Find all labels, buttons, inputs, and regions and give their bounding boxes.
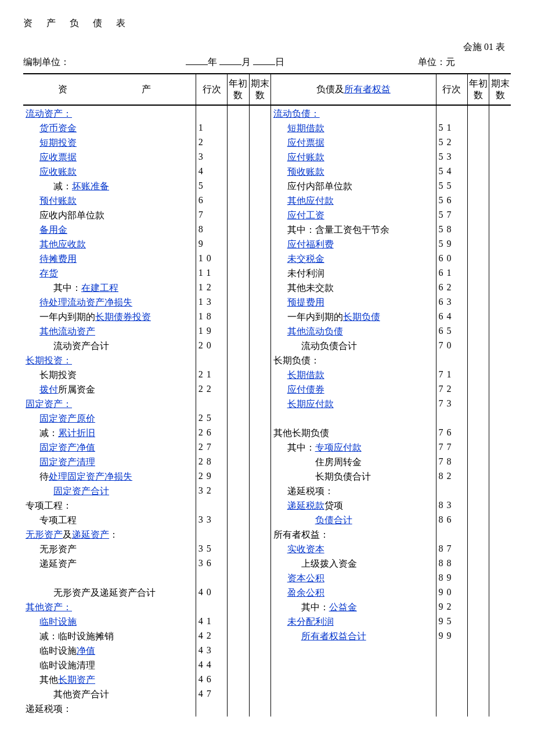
link-item[interactable]: 长期投资： [26,355,72,365]
link-item[interactable]: 货币资金 [39,123,77,133]
link-item[interactable]: 流动负债： [273,109,320,118]
cell-text: 预提费用 [273,297,324,309]
link-item[interactable]: 在建工程 [81,283,118,293]
cell-text: 其他流动负债 [273,326,343,338]
table-row: 无形资产及递延资产合计40盈余公积90 [23,586,511,600]
link-item[interactable]: 其他应收款 [39,239,86,249]
link-item[interactable]: 应收账款 [39,167,77,177]
cell-text: 减：累计折旧 [26,427,95,440]
hdr-begin-b: 年初数 [468,74,489,105]
cell-text: 递延税项： [26,704,72,714]
link-item[interactable]: 坏账准备 [72,181,109,191]
cell-text: 其他资产合计 [26,689,109,701]
table-row: 固定资产净值27其中：专项应付款77 [23,441,511,455]
cell-text: 临时设施清理 [26,660,95,672]
link-item[interactable]: 固定资产： [26,399,72,409]
cell-text: 短期投资 [26,137,77,149]
link-item[interactable]: 短期投资 [39,138,77,147]
link-item[interactable]: 备用金 [39,225,67,235]
link-item[interactable]: 其他应付款 [287,196,334,206]
link-item[interactable]: 固定资产净值 [39,442,95,452]
link-item[interactable]: 所有者权益合计 [301,631,366,641]
link-item[interactable]: 应付债券 [287,384,324,394]
link-item[interactable]: 预提费用 [287,297,324,307]
table-row: 应收票据3应付账款53 [23,150,511,165]
link-item[interactable]: 短期借款 [287,123,324,133]
link-item[interactable]: 待处理流动资产净损失 [39,297,132,307]
cell-text: 预付账款 [26,195,77,207]
table-row: 预付账款6其他应付款56 [23,194,511,208]
link-item[interactable]: 预付账款 [39,196,77,206]
link-item[interactable]: 专项应付款 [315,442,362,452]
cell-text: 流动资产合计 [26,340,109,352]
link-item[interactable]: 实收资本 [287,544,324,554]
cell-text: 固定资产合计 [26,485,109,498]
cell-text: 其中：含量工资包干节余 [273,224,389,236]
link-item[interactable]: 预收账款 [287,167,324,177]
link-item[interactable]: 应付工资 [287,210,324,220]
table-row: 一年内到期的长期债券投资18一年内到期的长期负债64 [23,310,511,325]
cell-text: 负债合计 [273,514,352,527]
link-item[interactable]: 无形资产 [26,530,63,539]
cell-text: 长期投资 [26,369,77,381]
cell-text: 上级拨入资金 [273,558,357,570]
cell-text: 其他未交款 [273,282,334,294]
link-item[interactable]: 流动资产： [26,109,72,118]
link-item[interactable]: 其他资产： [26,602,72,612]
link-item[interactable]: 盈余公积 [287,588,324,597]
org-label: 编制单位： [23,56,186,69]
cell-text: 住房周转金 [273,456,362,469]
cell-text: 递延税项： [273,485,334,498]
cell-text: 应付内部单位款 [273,181,352,193]
table-row: 流动资产合计20流动负债合计70 [23,339,511,354]
link-item[interactable]: 其他流动负债 [287,326,343,336]
cell-text: 固定资产清理 [26,456,95,469]
link-item[interactable]: 待摊费用 [39,254,77,264]
link-item[interactable]: 负债合计 [315,515,352,525]
link-item[interactable]: 净值 [77,646,95,656]
link-item[interactable]: 未交税金 [287,254,324,264]
link-item[interactable]: 处理固定资产净损失 [49,471,132,481]
link-item[interactable]: 长期资产 [58,675,95,685]
link-item[interactable]: 长期借款 [287,370,324,380]
cell-text: 其他应付款 [273,195,334,207]
table-row: 其中：在建工程12其他未交款62 [23,281,511,296]
cell-text: 所有者权益合计 [273,631,366,643]
cell-text: 固定资产净值 [26,442,95,454]
link-item[interactable]: 应付账款 [287,152,324,162]
link-item[interactable]: 长期负债 [343,312,380,322]
link-item[interactable]: 应付票据 [287,138,324,147]
cell-text: 长期投资： [26,355,72,365]
link-item[interactable]: 长期应付款 [287,399,334,409]
cell-text: 专项工程： [26,501,72,510]
form-number: 会施 01 表 [418,41,511,53]
link-item[interactable]: 临时设施 [39,617,77,627]
link-item[interactable]: 累计折旧 [58,428,95,438]
cell-text: 其中：公益金 [273,602,357,614]
link-item[interactable]: 公益金 [329,602,357,612]
cell-text: 应付票据 [273,137,324,149]
link-item[interactable]: 递延资产 [72,530,109,539]
link-item[interactable]: 固定资产清理 [39,457,95,467]
table-row: 长期投资21长期借款71 [23,368,511,383]
table-row: 资本公积89 [23,571,511,586]
cell-text: 递延资产 [26,558,77,570]
link-item[interactable]: 其他流动资产 [39,326,95,336]
link-item[interactable]: 递延税款 [287,501,324,510]
link-item[interactable]: 未分配利润 [287,617,334,627]
cell-text: 未交税金 [273,253,324,265]
link-item[interactable]: 固定资产合计 [53,486,109,496]
table-row: 存货11未付利润61 [23,267,511,281]
link-item[interactable]: 固定资产原价 [39,413,95,423]
owner-equity-link[interactable]: 所有者权益 [344,84,391,94]
hdr-line-b: 行次 [436,74,468,105]
cell-text: 临时设施 [26,616,77,628]
date-line: 年 月 日 [186,56,418,69]
link-item[interactable]: 应付福利费 [287,239,334,249]
link-item[interactable]: 长期债券投资 [95,312,151,322]
link-item[interactable]: 应收票据 [39,152,77,162]
cell-text: 减：坏账准备 [26,181,109,193]
link-item[interactable]: 拨付 [39,384,58,394]
link-item[interactable]: 资本公积 [287,573,324,583]
link-item[interactable]: 存货 [39,268,58,278]
